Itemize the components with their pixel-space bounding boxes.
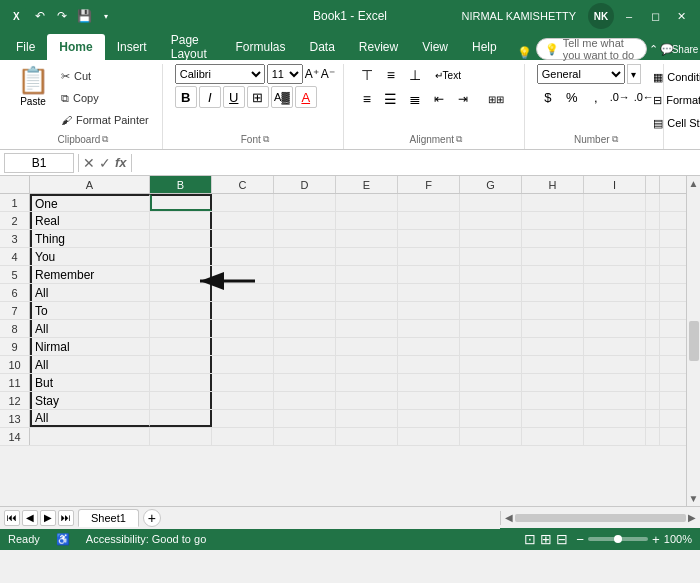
row-header-7[interactable]: 7 bbox=[0, 302, 30, 319]
row-header-8[interactable]: 8 bbox=[0, 320, 30, 337]
cell-A8[interactable]: All bbox=[30, 320, 150, 337]
cell-E11[interactable] bbox=[336, 374, 398, 391]
sheet-tab-sheet1[interactable]: Sheet1 bbox=[78, 509, 139, 527]
cell-C1[interactable] bbox=[212, 194, 274, 211]
row-header-5[interactable]: 5 bbox=[0, 266, 30, 283]
user-avatar[interactable]: NK bbox=[588, 3, 614, 29]
normal-view-btn[interactable]: ⊡ bbox=[524, 531, 536, 547]
font-size-select[interactable]: 11 bbox=[267, 64, 303, 84]
font-grow-btn[interactable]: A⁺ bbox=[305, 67, 319, 81]
corner-cell[interactable] bbox=[0, 176, 30, 193]
cell-G12[interactable] bbox=[460, 392, 522, 409]
cell-G2[interactable] bbox=[460, 212, 522, 229]
cell-G1[interactable] bbox=[460, 194, 522, 211]
cell-D4[interactable] bbox=[274, 248, 336, 265]
cell-A5[interactable]: Remember bbox=[30, 266, 150, 283]
page-layout-view-btn[interactable]: ⊞ bbox=[540, 531, 552, 547]
cell-A6[interactable]: All bbox=[30, 284, 150, 301]
h-scroll-right-btn[interactable]: ▶ bbox=[688, 512, 696, 523]
align-top-btn[interactable]: ⊤ bbox=[356, 64, 378, 86]
cell-H5[interactable] bbox=[522, 266, 584, 283]
tab-file[interactable]: File bbox=[4, 34, 47, 60]
cell-E9[interactable] bbox=[336, 338, 398, 355]
quick-save-btn[interactable]: 💾 bbox=[74, 6, 94, 26]
close-btn[interactable]: ✕ bbox=[670, 5, 692, 27]
cell-G9[interactable] bbox=[460, 338, 522, 355]
cell-D9[interactable] bbox=[274, 338, 336, 355]
italic-btn[interactable]: I bbox=[199, 86, 221, 108]
tell-me-box[interactable]: 💡 Tell me what you want to do bbox=[536, 38, 647, 60]
cell-J10[interactable] bbox=[646, 356, 660, 373]
restore-btn[interactable]: ◻ bbox=[644, 5, 666, 27]
cell-G7[interactable] bbox=[460, 302, 522, 319]
cell-B4[interactable] bbox=[150, 248, 212, 265]
cell-H7[interactable] bbox=[522, 302, 584, 319]
tab-view[interactable]: View bbox=[410, 34, 460, 60]
align-left-btn[interactable]: ≡ bbox=[356, 88, 378, 110]
cell-A9[interactable]: Nirmal bbox=[30, 338, 150, 355]
cell-G4[interactable] bbox=[460, 248, 522, 265]
cell-H2[interactable] bbox=[522, 212, 584, 229]
cut-button[interactable]: ✂ Cut bbox=[56, 66, 154, 86]
paste-button[interactable]: 📋 Paste bbox=[12, 64, 54, 108]
cell-I1[interactable] bbox=[584, 194, 646, 211]
cell-D3[interactable] bbox=[274, 230, 336, 247]
cell-G13[interactable] bbox=[460, 410, 522, 427]
cell-B3[interactable] bbox=[150, 230, 212, 247]
cell-C7[interactable] bbox=[212, 302, 274, 319]
cell-H8[interactable] bbox=[522, 320, 584, 337]
scroll-up-btn[interactable]: ▲ bbox=[687, 176, 700, 191]
cell-F11[interactable] bbox=[398, 374, 460, 391]
cell-I8[interactable] bbox=[584, 320, 646, 337]
cell-B14[interactable] bbox=[150, 428, 212, 445]
cell-J9[interactable] bbox=[646, 338, 660, 355]
row-header-2[interactable]: 2 bbox=[0, 212, 30, 229]
tab-formulas[interactable]: Formulas bbox=[223, 34, 297, 60]
cell-H12[interactable] bbox=[522, 392, 584, 409]
fill-color-btn[interactable]: A▓ bbox=[271, 86, 293, 108]
align-bottom-btn[interactable]: ⊥ bbox=[404, 64, 426, 86]
cell-A12[interactable]: Stay bbox=[30, 392, 150, 409]
cell-A4[interactable]: You bbox=[30, 248, 150, 265]
align-middle-btn[interactable]: ≡ bbox=[380, 64, 402, 86]
cell-H4[interactable] bbox=[522, 248, 584, 265]
cell-F1[interactable] bbox=[398, 194, 460, 211]
cell-G5[interactable] bbox=[460, 266, 522, 283]
conditional-formatting-btn[interactable]: ▦ Conditional Formatting ▾ bbox=[647, 66, 700, 88]
align-center-btn[interactable]: ☰ bbox=[380, 88, 402, 110]
cell-B1[interactable] bbox=[150, 194, 212, 211]
row-header-12[interactable]: 12 bbox=[0, 392, 30, 409]
cell-I13[interactable] bbox=[584, 410, 646, 427]
cell-I3[interactable] bbox=[584, 230, 646, 247]
cell-G11[interactable] bbox=[460, 374, 522, 391]
scroll-down-btn[interactable]: ▼ bbox=[687, 491, 700, 506]
share-btn[interactable]: Share bbox=[674, 38, 696, 60]
cell-B5[interactable] bbox=[150, 266, 212, 283]
cell-H13[interactable] bbox=[522, 410, 584, 427]
copy-button[interactable]: ⧉ Copy bbox=[56, 88, 154, 108]
col-header-j[interactable] bbox=[646, 176, 660, 193]
row-header-13[interactable]: 13 bbox=[0, 410, 30, 427]
cell-E12[interactable] bbox=[336, 392, 398, 409]
sheet-prev-btn[interactable]: ◀ bbox=[22, 510, 38, 526]
font-color-btn[interactable]: A bbox=[295, 86, 317, 108]
underline-btn[interactable]: U bbox=[223, 86, 245, 108]
zoom-thumb[interactable] bbox=[614, 535, 622, 543]
zoom-out-btn[interactable]: − bbox=[576, 532, 584, 547]
cell-E13[interactable] bbox=[336, 410, 398, 427]
cell-E14[interactable] bbox=[336, 428, 398, 445]
cell-A1[interactable]: One bbox=[30, 194, 150, 211]
cell-E6[interactable] bbox=[336, 284, 398, 301]
cell-D2[interactable] bbox=[274, 212, 336, 229]
format-painter-button[interactable]: 🖌 Format Painter bbox=[56, 110, 154, 130]
col-header-f[interactable]: F bbox=[398, 176, 460, 193]
cell-F2[interactable] bbox=[398, 212, 460, 229]
tab-insert[interactable]: Insert bbox=[105, 34, 159, 60]
col-header-b[interactable]: B bbox=[150, 176, 212, 193]
row-header-14[interactable]: 14 bbox=[0, 428, 30, 445]
cell-H1[interactable] bbox=[522, 194, 584, 211]
cell-D12[interactable] bbox=[274, 392, 336, 409]
cell-D5[interactable] bbox=[274, 266, 336, 283]
vertical-scrollbar[interactable]: ▲ ▼ bbox=[686, 176, 700, 506]
cell-F7[interactable] bbox=[398, 302, 460, 319]
